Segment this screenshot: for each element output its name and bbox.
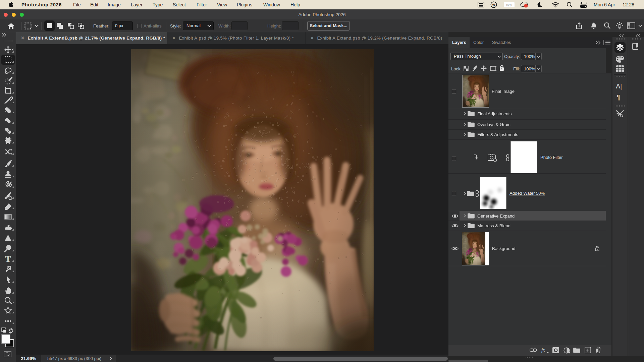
svg-text:w: w <box>492 3 495 7</box>
svg-text:WD: WD <box>506 3 512 7</box>
svg-text:T: T <box>5 254 11 264</box>
